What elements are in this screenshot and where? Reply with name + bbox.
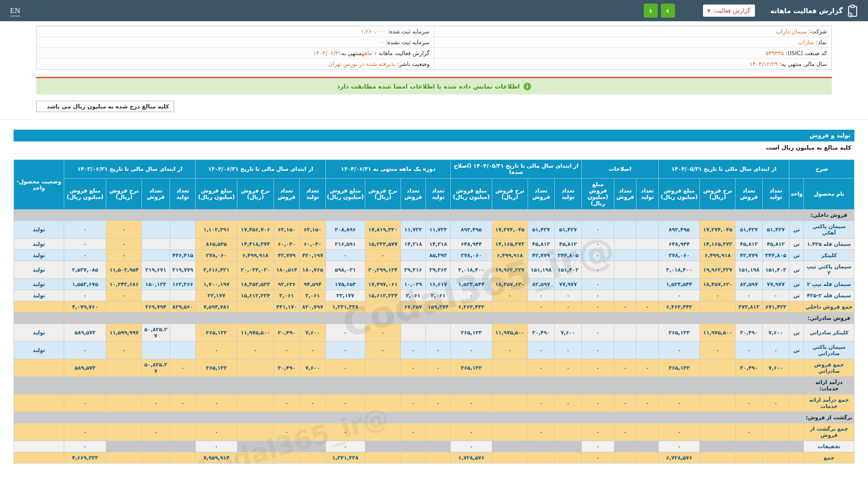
column-header: تعداد تولید (762, 178, 789, 210)
value-cell: ۰ (528, 359, 555, 377)
value-cell: ۳۶۵,۱۳۳ (451, 324, 492, 342)
value-cell: ۰ (581, 342, 614, 359)
value-cell (170, 342, 195, 359)
value-cell (614, 324, 637, 342)
value-cell: ۰ (300, 394, 326, 412)
value-cell (106, 301, 142, 313)
value-cell: ۱,۲۳۱,۳۳۸ (326, 452, 365, 464)
value-cell: ۵۰,۸۲۵.۲۷ (142, 359, 170, 377)
value-cell: ۶۴۸,۹۴۴ (451, 239, 492, 250)
value-cell (451, 377, 492, 394)
next-report-button[interactable]: › (661, 4, 675, 18)
total-row: جمع۶,۷۲۸,۵۷۶۰۶,۷۲۸,۵۷۶۱,۲۳۱,۳۳۸۷,۹۵۹,۹۱۴… (14, 452, 854, 464)
value-cell: ۰ (762, 342, 789, 359)
value-cell (326, 313, 365, 324)
value-cell (637, 324, 659, 342)
value-cell: ۱۱,۷۲۳ (401, 221, 425, 239)
value-cell: ۰ (326, 342, 365, 359)
info-label: گزارش فعالیت ماهانه (377, 50, 429, 56)
value-cell: ۰ (614, 394, 637, 412)
value-cell: ۱۰,۳۴۲,۶۸۶ (106, 279, 142, 290)
value-cell (142, 412, 170, 423)
value-cell: ۲۷۸,۰۶۰ (196, 250, 237, 261)
column-header: شرح (789, 160, 854, 178)
value-cell: ۰ (637, 359, 659, 377)
value-cell: ۰ (555, 359, 582, 377)
value-cell: ۰ (401, 342, 425, 359)
value-cell (365, 377, 401, 394)
value-cell: ۰ (326, 359, 365, 377)
value-cell: ۰ (581, 279, 614, 290)
value-cell (637, 423, 659, 441)
value-cell (142, 239, 170, 250)
value-cell: ۳۲,۱۷۷ (196, 290, 237, 301)
value-cell (237, 423, 274, 441)
column-header: مبلغ فروش (میلیون ریال) (581, 178, 614, 210)
value-cell: ۲۱۹,۶۷۱ (142, 261, 170, 279)
value-cell: ۳۲,۱۷۷ (326, 290, 365, 301)
language-switch-link[interactable]: EN (10, 6, 20, 15)
value-cell: ۱۸۰,۷۶۵ (300, 261, 326, 279)
value-cell (451, 412, 492, 423)
unit-cell: تن (789, 221, 804, 239)
value-cell: ۱۷,۳۷۴,۰۴۵ (492, 221, 528, 239)
value-cell: ۱۵۰,۱۲۳ (142, 279, 170, 290)
value-cell: ۰ (326, 441, 365, 452)
value-cell: ۵۸۹,۵۷۳ (64, 324, 106, 342)
column-header: تعداد تولید (555, 178, 582, 210)
info-cell: شرکت: سیمان داراب (434, 26, 831, 37)
value-cell (700, 210, 736, 221)
value-cell: ۴۵,۸۱۲ (555, 239, 582, 250)
value-cell (451, 210, 492, 221)
value-cell (425, 324, 450, 342)
value-cell: ۱۱,۷۲۳ (425, 221, 450, 239)
value-cell: ۶,۷۲۸,۵۷۶ (658, 452, 700, 464)
clipboard-report-icon (847, 5, 858, 17)
unit-cell (789, 441, 804, 452)
previous-report-button[interactable]: ‹ (644, 4, 658, 18)
value-cell: ۰ (637, 301, 659, 313)
value-cell (762, 412, 789, 423)
info-value: پذیرفته شده در بورس تهران (328, 61, 395, 67)
value-cell (274, 412, 299, 423)
info-value: ۱,۲۶۰,۰۰۰ (361, 28, 386, 35)
value-cell (581, 313, 614, 324)
info-cell: گزارش فعالیت ماهانه ۱ ماههمنتهی به۱۴۰۴/۰… (37, 48, 434, 58)
value-cell: ۶,۴۹۹,۹۱۸ (237, 250, 274, 261)
value-cell: ۰ (736, 394, 763, 412)
value-cell: ۱,۲۳۱,۳۳۸ (326, 301, 365, 313)
value-cell (492, 313, 528, 324)
status-cell (14, 313, 64, 324)
table-row: سیمان پاکتي تیپ ۲تن۱۵۱,۴۰۲۱۵۱,۱۹۸۱۹,۹۶۳,… (14, 261, 854, 279)
production-sales-header: تولید و فروش (14, 130, 854, 141)
value-cell (401, 324, 425, 342)
value-cell: ۴,۰۷۹,۷۶۰ (64, 301, 106, 313)
value-cell: ۰ (106, 290, 142, 301)
value-cell: ۹۴,۵۹۴ (300, 279, 326, 290)
value-cell (274, 441, 299, 452)
value-cell: ۳۶۹,۷۹۴ (142, 301, 170, 313)
value-cell (142, 290, 170, 301)
value-cell (700, 377, 736, 394)
value-cell (425, 313, 450, 324)
value-cell (237, 301, 274, 313)
total-row: جمع درآمد ارائه خدمات۰۰۰۰۰۰۰۰۰۰۰۰۰۰۰۰۰۰ (14, 394, 854, 412)
report-type-dropdown[interactable]: گزارش فعالیت ▼ (703, 5, 755, 17)
column-header: تعداد فروش (142, 178, 170, 210)
production-sales-table: شرحاز ابتدای سال مالی تا تاریخ ۱۴۰۴/۰۵/۳… (14, 160, 854, 464)
value-cell: ۸۵,۳۹۲ (425, 250, 450, 261)
value-cell (196, 377, 237, 394)
value-cell (106, 412, 142, 423)
status-cell (14, 452, 64, 464)
value-cell (492, 359, 528, 377)
value-cell (237, 359, 274, 377)
value-cell (142, 221, 170, 239)
column-header: نام محصول (804, 178, 854, 210)
value-cell (64, 313, 106, 324)
value-cell: ۶,۷۲۸,۵۷۶ (451, 452, 492, 464)
value-cell: ۱۹,۹۶۳,۲۲۷ (700, 261, 736, 279)
value-cell (555, 441, 582, 452)
unit-cell (789, 452, 804, 464)
value-cell: ۰ (326, 394, 365, 412)
value-cell (142, 452, 170, 464)
